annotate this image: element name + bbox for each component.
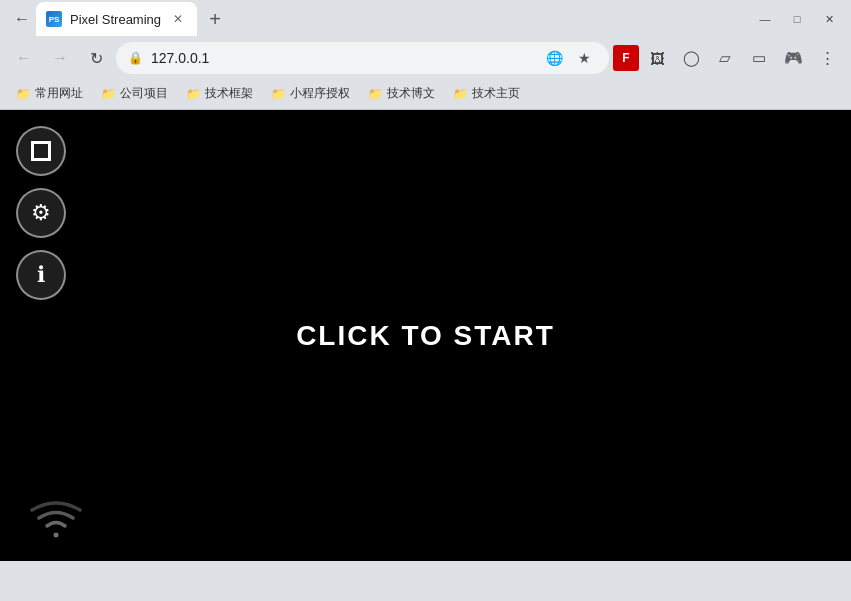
minimize-button[interactable]: — bbox=[751, 5, 779, 33]
bookmark-label-2: 公司项目 bbox=[120, 85, 168, 102]
splitscreen-button[interactable]: ▭ bbox=[743, 42, 775, 74]
titlebar: ← PS Pixel Streaming ✕ + — □ ✕ bbox=[0, 0, 851, 38]
tab-favicon: PS bbox=[46, 11, 62, 27]
refresh-button[interactable]: ↻ bbox=[80, 42, 112, 74]
gear-icon: ⚙ bbox=[31, 200, 51, 226]
maximize-button[interactable]: □ bbox=[783, 5, 811, 33]
folder-icon-1: 📁 bbox=[16, 87, 31, 101]
bookmark-item-3[interactable]: 📁 技术框架 bbox=[178, 81, 261, 107]
chrome-back-button[interactable]: ← bbox=[8, 5, 36, 33]
back-button[interactable]: ← bbox=[8, 42, 40, 74]
settings-button[interactable]: ⚙ bbox=[16, 188, 66, 238]
bookmark-item-1[interactable]: 📁 常用网址 bbox=[8, 81, 91, 107]
info-icon: ℹ bbox=[37, 262, 45, 288]
folder-icon-3: 📁 bbox=[186, 87, 201, 101]
translate-button[interactable]: 🌐 bbox=[541, 45, 567, 71]
bookmark-label-6: 技术主页 bbox=[472, 85, 520, 102]
bookmark-item-6[interactable]: 📁 技术主页 bbox=[445, 81, 528, 107]
content-area[interactable]: ⚙ ℹ CLICK TO START bbox=[0, 110, 851, 561]
bookmark-star-button[interactable]: ★ bbox=[571, 45, 597, 71]
tab-close-button[interactable]: ✕ bbox=[169, 10, 187, 28]
close-button[interactable]: ✕ bbox=[815, 5, 843, 33]
expand-icon bbox=[31, 141, 51, 161]
click-to-start-text: CLICK TO START bbox=[296, 320, 555, 352]
bookmark-label-5: 技术博文 bbox=[387, 85, 435, 102]
url-input[interactable] bbox=[151, 50, 533, 66]
folder-icon-2: 📁 bbox=[101, 87, 116, 101]
wifi-svg bbox=[30, 499, 82, 541]
info-button[interactable]: ℹ bbox=[16, 250, 66, 300]
omnibox[interactable]: 🔒 🌐 ★ bbox=[116, 42, 609, 74]
folder-icon-6: 📁 bbox=[453, 87, 468, 101]
bookmark-item-5[interactable]: 📁 技术博文 bbox=[360, 81, 443, 107]
bookmark-label-4: 小程序授权 bbox=[290, 85, 350, 102]
gamepad-button[interactable]: 🎮 bbox=[777, 42, 809, 74]
wifi-icon bbox=[30, 499, 82, 541]
bookmark-label-1: 常用网址 bbox=[35, 85, 83, 102]
omnibox-actions: 🌐 ★ bbox=[541, 45, 597, 71]
bookmarks-bar: 📁 常用网址 📁 公司项目 📁 技术框架 📁 小程序授权 📁 技术博文 📁 技术… bbox=[0, 78, 851, 110]
bookmark-label-3: 技术框架 bbox=[205, 85, 253, 102]
battery-button[interactable]: ▱ bbox=[709, 42, 741, 74]
tab-title: Pixel Streaming bbox=[70, 12, 161, 27]
titlebar-left: ← PS Pixel Streaming ✕ + bbox=[8, 2, 743, 36]
window-controls: — □ ✕ bbox=[751, 5, 843, 33]
profile-button[interactable]: F bbox=[613, 45, 639, 71]
lock-icon: 🔒 bbox=[128, 51, 143, 65]
fullscreen-button[interactable] bbox=[16, 126, 66, 176]
menu-button[interactable]: ⋮ bbox=[811, 42, 843, 74]
bookmark-item-4[interactable]: 📁 小程序授权 bbox=[263, 81, 358, 107]
folder-icon-5: 📁 bbox=[368, 87, 383, 101]
forward-button[interactable]: → bbox=[44, 42, 76, 74]
tab-bar: PS Pixel Streaming ✕ + bbox=[36, 2, 743, 36]
extensions-button[interactable]: ◯ bbox=[675, 42, 707, 74]
image-button[interactable]: 🖼 bbox=[641, 42, 673, 74]
addressbar: ← → ↻ 🔒 🌐 ★ F 🖼 ◯ ▱ ▭ 🎮 ⋮ bbox=[0, 38, 851, 78]
bookmark-item-2[interactable]: 📁 公司项目 bbox=[93, 81, 176, 107]
folder-icon-4: 📁 bbox=[271, 87, 286, 101]
toolbar-right: F 🖼 ◯ ▱ ▭ 🎮 ⋮ bbox=[613, 42, 843, 74]
overlay-buttons: ⚙ ℹ bbox=[16, 126, 66, 300]
new-tab-button[interactable]: + bbox=[201, 5, 229, 33]
active-tab[interactable]: PS Pixel Streaming ✕ bbox=[36, 2, 197, 36]
